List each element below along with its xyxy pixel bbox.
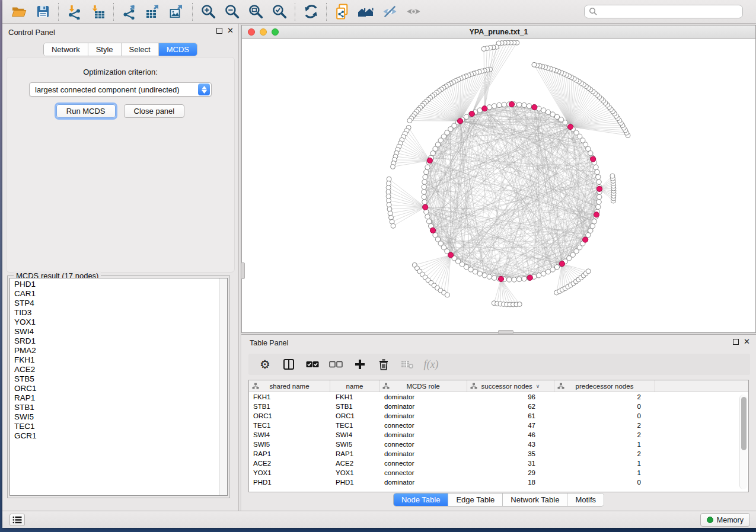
cell-successor-nodes[interactable]: 61 [467, 412, 554, 419]
column-header-mcds-role[interactable]: MCDS role [379, 380, 467, 392]
cell-name[interactable]: STB1 [330, 403, 379, 410]
cell-mcds-role[interactable]: connector [379, 469, 467, 476]
deselect-all-icon[interactable] [326, 355, 347, 373]
cell-shared-name[interactable]: STB1 [249, 403, 330, 410]
cell-predecessor-nodes[interactable]: 1 [554, 469, 655, 476]
show-all-icon[interactable] [401, 2, 425, 22]
export-image-icon[interactable] [165, 2, 189, 22]
cell-predecessor-nodes[interactable]: 0 [554, 479, 655, 486]
close-panel-button[interactable]: Close panel [124, 104, 185, 118]
close-table-panel-icon[interactable]: ✕ [744, 339, 750, 345]
mcds-result-scrollbar[interactable] [219, 278, 227, 495]
cell-name[interactable]: SWI5 [330, 441, 379, 448]
cell-successor-nodes[interactable]: 29 [467, 469, 554, 476]
delete-column-trash-icon[interactable] [373, 355, 394, 373]
close-panel-icon[interactable]: ✕ [227, 28, 234, 34]
cell-name[interactable]: RAP1 [330, 450, 379, 457]
mcds-result-item[interactable]: CAR1 [10, 289, 219, 299]
cell-shared-name[interactable]: ORC1 [249, 412, 330, 419]
table-row[interactable]: FKH1FKH1dominator962 [249, 392, 748, 402]
cell-predecessor-nodes[interactable]: 2 [554, 431, 655, 438]
tab-edge-table[interactable]: Edge Table [448, 493, 503, 506]
table-row[interactable]: TEC1TEC1connector472 [249, 421, 748, 430]
float-table-panel-icon[interactable] [733, 339, 739, 345]
mcds-result-item[interactable]: SWI4 [10, 327, 219, 336]
tab-network[interactable]: Network [44, 43, 88, 56]
cell-successor-nodes[interactable]: 31 [467, 460, 554, 467]
tab-network-table[interactable]: Network Table [503, 493, 567, 506]
table-row[interactable]: SWI4SWI4dominator462 [249, 430, 748, 440]
zoom-fit-icon[interactable] [244, 2, 267, 22]
mcds-result-item[interactable]: TEC1 [10, 422, 219, 431]
table-row[interactable]: SWI5SWI5connector431 [249, 440, 748, 449]
cell-predecessor-nodes[interactable]: 2 [554, 422, 655, 429]
window-close-light[interactable] [248, 28, 255, 36]
mcds-result-item[interactable]: PHD1 [10, 280, 219, 289]
network-graph[interactable] [242, 39, 755, 332]
mcds-result-item[interactable]: GCR1 [10, 431, 219, 441]
cell-mcds-role[interactable]: connector [379, 422, 467, 429]
cell-shared-name[interactable]: SWI4 [249, 431, 330, 438]
column-header-successor-nodes[interactable]: successor nodes ∨ [467, 380, 554, 392]
table-settings-gear-icon[interactable]: ⚙ [254, 355, 276, 373]
cell-shared-name[interactable]: ACE2 [249, 460, 330, 467]
cell-shared-name[interactable]: RAP1 [249, 450, 330, 457]
network-canvas[interactable] [242, 39, 755, 332]
task-history-button[interactable] [9, 514, 25, 526]
mcds-result-item[interactable]: SRD1 [10, 336, 219, 346]
cell-name[interactable]: PHD1 [330, 479, 379, 486]
cell-name[interactable]: FKH1 [330, 393, 379, 400]
save-session-icon[interactable] [31, 2, 55, 22]
mcds-result-item[interactable]: SWI5 [10, 412, 219, 422]
cell-successor-nodes[interactable]: 18 [467, 479, 554, 486]
mcds-result-item[interactable]: ACE2 [10, 365, 219, 374]
table-scrollbar-thumb[interactable] [741, 397, 747, 450]
mcds-result-item[interactable]: STB1 [10, 403, 219, 412]
column-header-predecessor-nodes[interactable]: predecessor nodes [554, 380, 655, 392]
table-scrollbar[interactable] [739, 395, 747, 489]
cell-predecessor-nodes[interactable]: 0 [554, 412, 655, 419]
table-row[interactable]: YOX1YOX1connector291 [249, 468, 748, 477]
cell-mcds-role[interactable]: dominator [379, 431, 467, 438]
mcds-result-item[interactable]: FKH1 [10, 355, 219, 365]
hide-selected-icon[interactable] [378, 2, 401, 22]
cell-name[interactable]: YOX1 [330, 469, 379, 476]
cell-predecessor-nodes[interactable]: 1 [554, 441, 655, 448]
cell-successor-nodes[interactable]: 47 [467, 422, 554, 429]
cell-predecessor-nodes[interactable]: 2 [554, 450, 655, 457]
cell-mcds-role[interactable]: dominator [379, 479, 467, 486]
cell-successor-nodes[interactable]: 43 [467, 441, 554, 448]
zoom-selected-icon[interactable] [267, 2, 291, 22]
table-row[interactable]: PHD1PHD1dominator180 [249, 477, 748, 487]
tab-style[interactable]: Style [88, 43, 122, 56]
cell-mcds-role[interactable]: dominator [379, 450, 467, 457]
cell-predecessor-nodes[interactable]: 0 [554, 403, 655, 410]
import-network-icon[interactable] [62, 2, 86, 22]
table-row[interactable]: STB1STB1dominator620 [249, 402, 748, 411]
cell-mcds-role[interactable]: dominator [379, 393, 467, 400]
window-minimize-light[interactable] [260, 28, 267, 36]
table-row[interactable]: RAP1RAP1dominator352 [249, 449, 748, 459]
cell-name[interactable]: SWI4 [330, 431, 379, 438]
table-row[interactable]: ORC1ORC1dominator610 [249, 411, 748, 421]
show-columns-icon[interactable] [278, 355, 299, 373]
tab-motifs[interactable]: Motifs [567, 493, 604, 506]
float-panel-icon[interactable] [216, 28, 222, 34]
cell-shared-name[interactable]: PHD1 [249, 479, 330, 486]
first-neighbors-icon[interactable] [354, 2, 378, 22]
tab-mcds[interactable]: MCDS [159, 43, 197, 56]
search-input[interactable] [584, 5, 743, 18]
cell-shared-name[interactable]: SWI5 [249, 441, 330, 448]
split-divider-grabber-vertical[interactable] [241, 262, 245, 279]
mcds-result-item[interactable]: STB5 [10, 374, 219, 384]
cell-shared-name[interactable]: FKH1 [249, 393, 330, 400]
export-network-icon[interactable] [117, 2, 141, 22]
table-row[interactable]: ACE2ACE2connector311 [249, 459, 748, 468]
mcds-result-item[interactable]: TID3 [10, 308, 219, 318]
open-file-icon[interactable] [7, 2, 31, 22]
mcds-result-item[interactable]: YOX1 [10, 318, 219, 327]
tab-node-table[interactable]: Node Table [394, 493, 449, 506]
cell-successor-nodes[interactable]: 35 [467, 450, 554, 457]
column-header-shared-name[interactable]: shared name [249, 380, 330, 392]
mcds-result-item[interactable]: PMA2 [10, 346, 219, 355]
